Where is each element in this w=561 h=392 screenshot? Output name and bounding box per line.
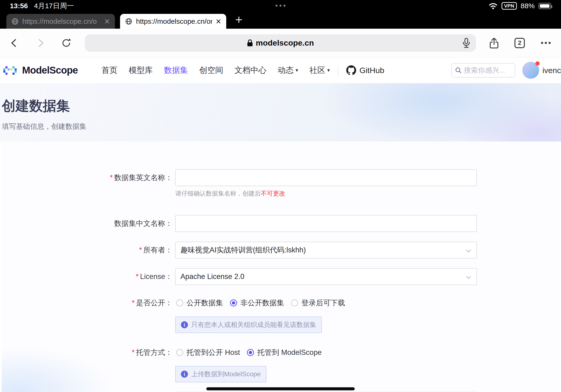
- caret-down-icon: ▾: [296, 67, 298, 73]
- nav-item-studios[interactable]: 创空间: [199, 65, 223, 76]
- github-link[interactable]: GitHub: [346, 65, 384, 75]
- github-icon: [346, 65, 356, 75]
- nav-item-models[interactable]: 模型库: [129, 65, 153, 76]
- url-text: modelscope.cn: [256, 38, 314, 47]
- brand-name: ModelScope: [22, 65, 78, 76]
- new-tab-button[interactable]: +: [235, 13, 243, 26]
- english-name-hint: 请仔细确认数据集名称，创建后不可更改: [175, 190, 285, 197]
- required-mark: *: [132, 299, 135, 307]
- site-search[interactable]: [451, 63, 515, 77]
- globe-icon: [125, 18, 132, 25]
- close-icon[interactable]: ×: [105, 17, 110, 26]
- radio-public-dataset[interactable]: 公开数据集: [176, 298, 223, 308]
- radio-icon[interactable]: [176, 349, 183, 356]
- main-nav: 首页 模型库 数据集 创空间 文档中心 动态 ▾ 社区 ▾: [101, 65, 330, 76]
- required-mark: *: [139, 246, 142, 254]
- search-icon: [455, 67, 462, 74]
- create-dataset-card: *数据集英文名称： 请仔细确认数据集名称，创建后不可更改 数据集中文名称： *所…: [2, 142, 559, 392]
- row-english-name-hint: 请仔细确认数据集名称，创建后不可更改: [2, 189, 559, 198]
- nav-item-feed[interactable]: 动态 ▾: [278, 65, 298, 76]
- hint-immutable: 不可更改: [261, 190, 285, 197]
- radio-icon[interactable]: [291, 299, 298, 306]
- radio-private-dataset[interactable]: 非公开数据集: [230, 298, 284, 308]
- chinese-name-input[interactable]: [175, 215, 477, 232]
- tab-strip: https://modelscope.cn/o × https://models…: [6, 13, 243, 29]
- english-name-input[interactable]: [175, 169, 477, 186]
- visibility-label: *是否公开：: [2, 298, 175, 308]
- page-hero: 创建数据集 填写基础信息，创建数据集: [0, 83, 561, 142]
- visibility-radio-group: 公开数据集 非公开数据集 登录后可下载: [175, 298, 477, 308]
- radio-host-modelscope[interactable]: 托管到 ModelScope: [247, 348, 322, 358]
- page-title: 创建数据集: [2, 97, 561, 115]
- radio-icon[interactable]: [176, 299, 183, 306]
- clock: 13:56: [10, 2, 28, 10]
- more-menu-button[interactable]: [540, 37, 551, 49]
- nav-item-datasets[interactable]: 数据集: [164, 65, 188, 76]
- search-input[interactable]: [464, 66, 511, 74]
- url-bar[interactable]: modelscope.cn: [85, 34, 476, 52]
- lock-icon: [247, 39, 253, 47]
- globe-icon: [11, 18, 19, 25]
- browser-toolbar: modelscope.cn 2: [0, 29, 561, 57]
- browser-tab-active[interactable]: https://modelscope.cn/or ×: [120, 14, 226, 29]
- battery-percent: 88%: [521, 2, 535, 10]
- ellipsis-icon: [541, 42, 551, 44]
- wifi-icon: [488, 2, 498, 9]
- hosting-info-note: i 上传数据到ModelScope: [175, 366, 266, 382]
- notification-dot: [535, 61, 540, 65]
- tab-title: https://modelscope.cn/o: [22, 17, 101, 25]
- nav-item-docs[interactable]: 文档中心: [235, 65, 266, 76]
- license-label: *License：: [2, 272, 175, 282]
- share-button[interactable]: [488, 37, 500, 49]
- row-english-name: *数据集英文名称：: [2, 169, 559, 186]
- english-name-label: *数据集英文名称：: [2, 173, 175, 183]
- info-icon: i: [181, 370, 188, 378]
- home-indicator[interactable]: [206, 387, 355, 390]
- forward-button[interactable]: [35, 37, 46, 49]
- browser-tab-inactive[interactable]: https://modelscope.cn/o ×: [6, 14, 115, 29]
- radio-icon-selected[interactable]: [247, 349, 254, 356]
- row-chinese-name: 数据集中文名称：: [2, 215, 559, 232]
- radio-icon-selected[interactable]: [230, 299, 237, 306]
- back-button[interactable]: [9, 37, 20, 49]
- tab-overview-button[interactable]: 2: [514, 37, 525, 49]
- create-dataset-form: *数据集英文名称： 请仔细确认数据集名称，创建后不可更改 数据集中文名称： *所…: [2, 142, 559, 392]
- required-mark: *: [110, 174, 113, 182]
- nav-item-community[interactable]: 社区 ▾: [309, 65, 330, 76]
- user-avatar[interactable]: [522, 62, 539, 79]
- nav-divider: [338, 65, 338, 75]
- visibility-info-note: i 只有您本人或相关组织成员能看见该数据集: [175, 316, 322, 333]
- owner-value: 趣味视觉AI实战特训营(组织代码:lskhh): [180, 245, 306, 255]
- license-select[interactable]: Apache License 2.0: [175, 268, 477, 285]
- nav-item-home[interactable]: 首页: [101, 65, 118, 76]
- modelscope-logo[interactable]: ModelScope: [3, 65, 84, 76]
- chevron-down-icon: [466, 248, 471, 252]
- close-icon[interactable]: ×: [216, 17, 221, 26]
- modelscope-logo-icon: [3, 65, 19, 76]
- github-label: GitHub: [359, 66, 384, 75]
- row-hosting-note: i 上传数据到ModelScope: [2, 366, 559, 382]
- owner-select[interactable]: 趣味视觉AI实战特训营(组织代码:lskhh): [175, 242, 477, 259]
- page-subtitle: 填写基础信息，创建数据集: [2, 122, 561, 131]
- username[interactable]: ivenc: [542, 66, 561, 75]
- battery-icon: [539, 3, 551, 9]
- row-owner: *所有者： 趣味视觉AI实战特训营(组织代码:lskhh): [2, 242, 559, 259]
- status-and-tab-area: 13:56 4月17日周一 VPN 88%: [0, 0, 561, 29]
- row-license: *License： Apache License 2.0: [2, 268, 559, 285]
- required-mark: *: [136, 272, 139, 281]
- hosting-radio-group: 托管到公开 Host 托管到 ModelScope: [175, 348, 477, 358]
- row-hosting: *托管方式： 托管到公开 Host 托管到 ModelScope: [2, 348, 559, 358]
- microphone-icon[interactable]: [462, 38, 470, 48]
- multitasking-dots-icon: [276, 5, 285, 7]
- radio-host-public[interactable]: 托管到公开 Host: [176, 348, 240, 358]
- site-header: ModelScope 首页 模型库 数据集 创空间 文档中心 动态 ▾ 社区 ▾…: [0, 57, 561, 83]
- reload-button[interactable]: [61, 37, 72, 49]
- caret-down-icon: ▾: [327, 67, 330, 73]
- vpn-badge: VPN: [502, 2, 517, 9]
- row-visibility: *是否公开： 公开数据集 非公开数据集 登录后可下载: [2, 298, 559, 308]
- tab-title: https://modelscope.cn/or: [136, 17, 212, 25]
- radio-login-to-download[interactable]: 登录后可下载: [291, 298, 345, 308]
- hosting-label: *托管方式：: [2, 348, 175, 358]
- required-mark: *: [132, 348, 135, 357]
- info-icon: i: [181, 321, 188, 328]
